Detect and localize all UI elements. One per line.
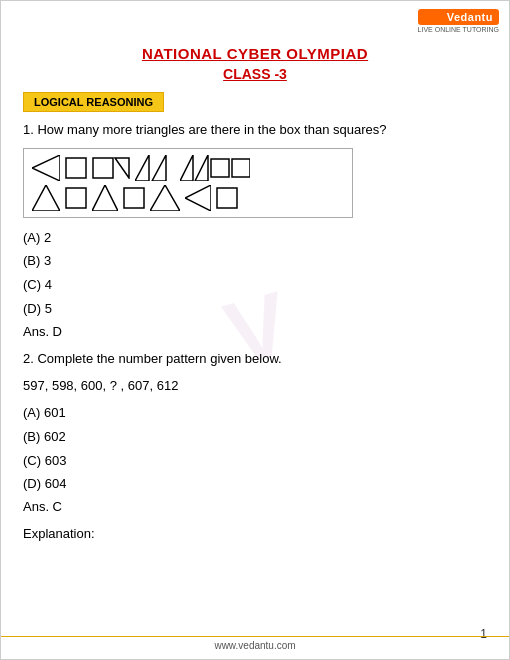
svg-rect-1 [66, 158, 86, 178]
svg-marker-12 [92, 185, 118, 211]
explanation-label: Explanation: [23, 524, 487, 545]
svg-marker-4 [135, 155, 149, 181]
footer: www.vedantu.com [1, 636, 509, 651]
svg-rect-11 [66, 188, 86, 208]
question-1-text: 1. How many more triangles are there in … [23, 120, 487, 140]
svg-marker-15 [185, 185, 211, 211]
svg-rect-2 [93, 158, 113, 178]
svg-rect-8 [211, 159, 229, 177]
footer-url: www.vedantu.com [214, 640, 295, 651]
triangle-1 [32, 155, 60, 181]
logo-tagline: LIVE ONLINE TUTORING [418, 26, 499, 33]
triangle-2 [32, 185, 60, 211]
option-2d: (D) 604 [23, 474, 487, 495]
shapes-box [23, 148, 353, 218]
svg-marker-3 [115, 158, 129, 178]
main-title: NATIONAL CYBER OLYMPIAD [23, 45, 487, 62]
option-1a: (A) 2 [23, 228, 487, 249]
triangle-3 [92, 185, 118, 211]
square-4 [216, 187, 238, 209]
section-badge: LOGICAL REASONING [23, 92, 164, 112]
logo-area: Vedantu LIVE ONLINE TUTORING [418, 9, 499, 33]
triangle-4 [150, 185, 180, 211]
svg-rect-13 [124, 188, 144, 208]
svg-marker-0 [32, 155, 60, 181]
svg-rect-16 [217, 188, 237, 208]
pattern-text: 597, 598, 600, ? , 607, 612 [23, 376, 487, 397]
shape-3 [92, 157, 130, 179]
shapes-row-1 [32, 155, 344, 181]
sub-title: CLASS -3 [23, 66, 487, 82]
option-1b: (B) 3 [23, 251, 487, 272]
option-2a: (A) 601 [23, 403, 487, 424]
triangle-5 [185, 185, 211, 211]
answer-1: Ans. D [23, 324, 487, 339]
shape-4 [135, 155, 175, 181]
question-2: 2. Complete the number pattern given bel… [23, 349, 487, 545]
vedantu-logo: Vedantu [418, 9, 499, 25]
svg-rect-9 [232, 159, 250, 177]
svg-marker-5 [152, 155, 166, 181]
square-1 [65, 157, 87, 179]
option-2b: (B) 602 [23, 427, 487, 448]
svg-marker-6 [180, 155, 193, 181]
option-1c: (C) 4 [23, 275, 487, 296]
logo-text: Vedantu [447, 11, 493, 23]
svg-marker-14 [150, 185, 180, 211]
svg-marker-10 [32, 185, 60, 211]
square-2 [65, 187, 87, 209]
svg-marker-7 [195, 155, 208, 181]
square-3 [123, 187, 145, 209]
option-1d: (D) 5 [23, 299, 487, 320]
shapes-row-2 [32, 185, 344, 211]
answer-2: Ans. C [23, 499, 487, 514]
question-1: 1. How many more triangles are there in … [23, 120, 487, 339]
question-2-text: 2. Complete the number pattern given bel… [23, 349, 487, 369]
shape-5 [180, 155, 250, 181]
option-2c: (C) 603 [23, 451, 487, 472]
